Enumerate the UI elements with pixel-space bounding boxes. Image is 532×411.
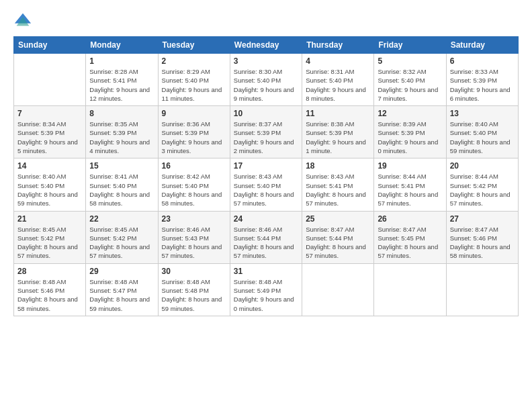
day-cell: 10Sunrise: 8:37 AMSunset: 5:39 PMDayligh… [230,106,302,158]
day-number: 29 [89,267,154,276]
day-number: 24 [234,214,298,224]
day-cell [374,263,446,316]
day-info: Sunrise: 8:40 AMSunset: 5:40 PMDaylight:… [17,172,82,208]
day-number: 31 [234,267,298,276]
day-number: 16 [162,161,226,171]
day-number: 21 [17,214,82,224]
week-row-2: 14Sunrise: 8:40 AMSunset: 5:40 PMDayligh… [14,158,519,211]
day-cell: 19Sunrise: 8:44 AMSunset: 5:41 PMDayligh… [374,158,446,211]
week-row-1: 7Sunrise: 8:34 AMSunset: 5:39 PMDaylight… [14,106,519,158]
day-info: Sunrise: 8:32 AMSunset: 5:40 PMDaylight:… [378,67,442,103]
day-cell: 18Sunrise: 8:43 AMSunset: 5:41 PMDayligh… [302,158,374,211]
day-info: Sunrise: 8:41 AMSunset: 5:40 PMDaylight:… [89,172,154,208]
day-number: 14 [17,161,82,171]
day-cell: 26Sunrise: 8:47 AMSunset: 5:45 PMDayligh… [374,211,446,263]
day-number: 8 [89,109,154,118]
day-cell: 1Sunrise: 8:28 AMSunset: 5:41 PMDaylight… [86,54,158,106]
weekday-header-tuesday: Tuesday [158,37,230,54]
page: SundayMondayTuesdayWednesdayThursdayFrid… [0,0,532,411]
day-cell: 15Sunrise: 8:41 AMSunset: 5:40 PMDayligh… [86,158,158,211]
week-row-3: 21Sunrise: 8:45 AMSunset: 5:42 PMDayligh… [14,211,519,263]
day-info: Sunrise: 8:43 AMSunset: 5:40 PMDaylight:… [234,172,298,208]
day-info: Sunrise: 8:29 AMSunset: 5:40 PMDaylight:… [162,67,226,103]
day-info: Sunrise: 8:43 AMSunset: 5:41 PMDaylight:… [306,172,370,208]
day-number: 13 [450,109,515,118]
day-number: 22 [89,214,154,224]
day-cell: 8Sunrise: 8:35 AMSunset: 5:39 PMDaylight… [86,106,158,158]
day-cell: 2Sunrise: 8:29 AMSunset: 5:40 PMDaylight… [158,54,230,106]
day-number: 3 [234,56,298,66]
day-cell: 24Sunrise: 8:46 AMSunset: 5:44 PMDayligh… [230,211,302,263]
day-info: Sunrise: 8:44 AMSunset: 5:41 PMDaylight:… [378,172,442,208]
day-number: 2 [162,56,226,66]
day-info: Sunrise: 8:47 AMSunset: 5:45 PMDaylight:… [378,225,442,261]
day-number: 11 [306,109,370,118]
day-cell: 12Sunrise: 8:39 AMSunset: 5:39 PMDayligh… [374,106,446,158]
day-number: 25 [306,214,370,224]
day-info: Sunrise: 8:35 AMSunset: 5:39 PMDaylight:… [89,120,154,155]
day-info: Sunrise: 8:45 AMSunset: 5:42 PMDaylight:… [89,225,154,261]
day-cell: 22Sunrise: 8:45 AMSunset: 5:42 PMDayligh… [86,211,158,263]
day-number: 19 [378,161,442,171]
day-cell [446,263,518,316]
day-cell: 20Sunrise: 8:44 AMSunset: 5:42 PMDayligh… [446,158,518,211]
day-cell [14,54,86,106]
day-number: 12 [378,109,442,118]
day-cell: 11Sunrise: 8:38 AMSunset: 5:39 PMDayligh… [302,106,374,158]
day-info: Sunrise: 8:30 AMSunset: 5:40 PMDaylight:… [234,67,298,103]
day-number: 6 [450,56,515,66]
day-info: Sunrise: 8:40 AMSunset: 5:40 PMDaylight:… [450,120,515,155]
day-info: Sunrise: 8:37 AMSunset: 5:39 PMDaylight:… [234,120,298,155]
day-cell: 7Sunrise: 8:34 AMSunset: 5:39 PMDaylight… [14,106,86,158]
day-cell: 16Sunrise: 8:42 AMSunset: 5:40 PMDayligh… [158,158,230,211]
day-info: Sunrise: 8:48 AMSunset: 5:48 PMDaylight:… [162,277,226,313]
day-info: Sunrise: 8:33 AMSunset: 5:39 PMDaylight:… [450,67,515,103]
week-row-4: 28Sunrise: 8:48 AMSunset: 5:46 PMDayligh… [14,263,519,316]
day-info: Sunrise: 8:46 AMSunset: 5:44 PMDaylight:… [234,225,298,261]
weekday-header-friday: Friday [374,37,446,54]
weekday-header-saturday: Saturday [446,37,518,54]
header [13,11,519,30]
day-cell: 17Sunrise: 8:43 AMSunset: 5:40 PMDayligh… [230,158,302,211]
day-number: 23 [162,214,226,224]
day-cell: 5Sunrise: 8:32 AMSunset: 5:40 PMDaylight… [374,54,446,106]
day-info: Sunrise: 8:46 AMSunset: 5:43 PMDaylight:… [162,225,226,261]
day-info: Sunrise: 8:48 AMSunset: 5:46 PMDaylight:… [17,277,82,313]
day-info: Sunrise: 8:38 AMSunset: 5:39 PMDaylight:… [306,120,370,155]
day-info: Sunrise: 8:45 AMSunset: 5:42 PMDaylight:… [17,225,82,261]
day-cell: 28Sunrise: 8:48 AMSunset: 5:46 PMDayligh… [14,263,86,316]
day-info: Sunrise: 8:44 AMSunset: 5:42 PMDaylight:… [450,172,515,208]
day-info: Sunrise: 8:28 AMSunset: 5:41 PMDaylight:… [89,67,154,103]
weekday-row: SundayMondayTuesdayWednesdayThursdayFrid… [14,37,519,54]
day-cell: 21Sunrise: 8:45 AMSunset: 5:42 PMDayligh… [14,211,86,263]
day-info: Sunrise: 8:39 AMSunset: 5:39 PMDaylight:… [378,120,442,155]
day-info: Sunrise: 8:42 AMSunset: 5:40 PMDaylight:… [162,172,226,208]
day-number: 15 [89,161,154,171]
day-cell: 29Sunrise: 8:48 AMSunset: 5:47 PMDayligh… [86,263,158,316]
day-cell: 27Sunrise: 8:47 AMSunset: 5:46 PMDayligh… [446,211,518,263]
day-cell: 30Sunrise: 8:48 AMSunset: 5:48 PMDayligh… [158,263,230,316]
weekday-header-wednesday: Wednesday [230,37,302,54]
day-number: 27 [450,214,515,224]
day-number: 30 [162,267,226,276]
day-cell: 4Sunrise: 8:31 AMSunset: 5:40 PMDaylight… [302,54,374,106]
day-cell [302,263,374,316]
day-info: Sunrise: 8:36 AMSunset: 5:39 PMDaylight:… [162,120,226,155]
day-info: Sunrise: 8:47 AMSunset: 5:46 PMDaylight:… [450,225,515,261]
day-cell: 23Sunrise: 8:46 AMSunset: 5:43 PMDayligh… [158,211,230,263]
day-number: 20 [450,161,515,171]
day-cell: 6Sunrise: 8:33 AMSunset: 5:39 PMDaylight… [446,54,518,106]
day-number: 9 [162,109,226,118]
calendar-body: 1Sunrise: 8:28 AMSunset: 5:41 PMDaylight… [14,54,519,316]
day-info: Sunrise: 8:48 AMSunset: 5:49 PMDaylight:… [234,277,298,313]
day-info: Sunrise: 8:34 AMSunset: 5:39 PMDaylight:… [17,120,82,155]
logo-icon [13,11,32,30]
week-row-0: 1Sunrise: 8:28 AMSunset: 5:41 PMDaylight… [14,54,519,106]
weekday-header-monday: Monday [86,37,158,54]
day-number: 28 [17,267,82,276]
day-info: Sunrise: 8:48 AMSunset: 5:47 PMDaylight:… [89,277,154,313]
day-cell: 13Sunrise: 8:40 AMSunset: 5:40 PMDayligh… [446,106,518,158]
day-cell: 25Sunrise: 8:47 AMSunset: 5:44 PMDayligh… [302,211,374,263]
day-number: 26 [378,214,442,224]
calendar-table: SundayMondayTuesdayWednesdayThursdayFrid… [13,36,519,316]
